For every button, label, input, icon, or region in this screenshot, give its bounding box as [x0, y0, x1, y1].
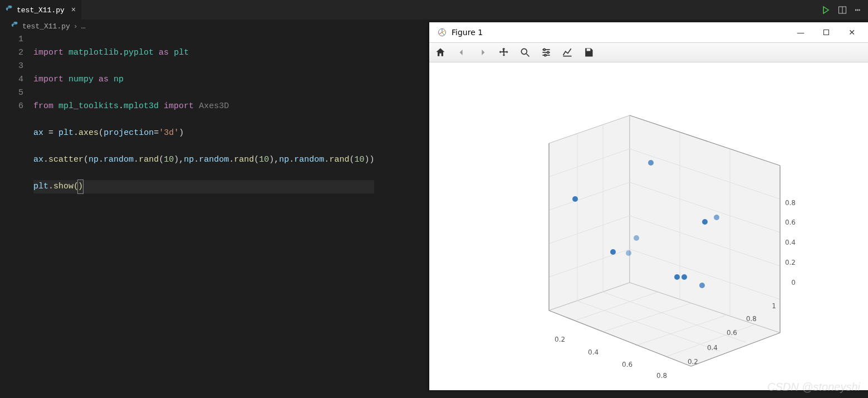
window-maximize-button[interactable]	[813, 22, 839, 42]
y-tick: 1	[772, 302, 776, 310]
toolbar-back-icon[interactable]	[455, 46, 468, 59]
toolbar-save-icon[interactable]	[582, 46, 595, 59]
z-tick: 0	[791, 279, 796, 287]
svg-point-47	[626, 250, 631, 256]
svg-point-44	[702, 219, 708, 225]
figure-title: Figure 1	[452, 28, 483, 37]
y-tick: 0.4	[707, 344, 718, 352]
svg-point-3	[13, 22, 14, 23]
y-tick: 0.8	[746, 315, 757, 323]
matplotlib-app-icon	[437, 27, 447, 37]
tab-test-x11[interactable]: test_X11.py ×	[0, 0, 81, 20]
svg-point-11	[543, 48, 545, 50]
z-tick: 0.6	[785, 219, 796, 226]
toolbar-home-icon[interactable]	[434, 46, 447, 59]
python-file-icon	[6, 5, 13, 15]
figure-titlebar[interactable]: Figure 1 — ✕	[429, 22, 868, 42]
toolbar-configure-icon[interactable]	[540, 46, 553, 59]
figure-canvas[interactable]: 0.8 0.6 0.4 0.2 0 1 0.8 0.6 0.4 0.2 0.2 …	[429, 62, 868, 390]
x-tick: 0.2	[555, 336, 565, 343]
breadcrumb-rest[interactable]: …	[81, 22, 86, 31]
matplotlib-toolbar	[429, 42, 868, 62]
window-close-button[interactable]: ✕	[839, 22, 865, 42]
python-file-icon	[11, 21, 19, 31]
svg-point-49	[681, 274, 687, 280]
svg-point-46	[610, 249, 616, 255]
x-tick: 0.6	[622, 361, 632, 368]
tab-close-icon[interactable]: ×	[71, 6, 76, 14]
toolbar-zoom-icon[interactable]	[518, 46, 532, 59]
window-minimize-button[interactable]: —	[788, 22, 813, 42]
svg-point-41	[648, 160, 654, 166]
breadcrumb-separator: ›	[73, 22, 78, 31]
svg-line-7	[527, 54, 529, 57]
z-tick: 0.2	[785, 259, 796, 266]
svg-point-50	[699, 283, 705, 288]
z-tick: 0.4	[785, 239, 796, 246]
svg-point-43	[634, 235, 639, 241]
toolbar-axes-icon[interactable]	[561, 46, 574, 59]
x-tick: 0.8	[656, 372, 667, 380]
svg-point-48	[674, 274, 680, 280]
svg-point-6	[521, 48, 527, 54]
svg-point-12	[547, 51, 549, 53]
tab-bar: test_X11.py × ⋯	[0, 0, 868, 20]
y-tick: 0.2	[688, 358, 698, 366]
run-icon[interactable]	[821, 6, 830, 14]
svg-point-0	[8, 6, 8, 7]
svg-point-42	[572, 196, 578, 202]
code-content[interactable]: import matplotlib.pyplot as plt import n…	[33, 33, 374, 220]
svg-point-45	[714, 215, 719, 220]
svg-point-13	[545, 54, 546, 56]
y-tick: 0.6	[727, 329, 737, 337]
editor-actions: ⋯	[821, 0, 868, 20]
tab-label: test_X11.py	[17, 6, 65, 14]
x-tick: 0.4	[588, 348, 599, 356]
more-actions-icon[interactable]: ⋯	[855, 4, 861, 16]
breadcrumb-file[interactable]: test_X11.py	[22, 22, 70, 31]
toolbar-forward-icon[interactable]	[476, 46, 489, 59]
toolbar-pan-icon[interactable]	[497, 46, 511, 59]
svg-rect-5	[824, 30, 829, 35]
svg-marker-15	[549, 115, 630, 310]
line-number-gutter: 123456	[0, 33, 33, 220]
z-tick: 0.8	[785, 199, 796, 207]
split-editor-icon[interactable]	[838, 6, 847, 14]
figure-window: Figure 1 — ✕	[429, 22, 868, 390]
